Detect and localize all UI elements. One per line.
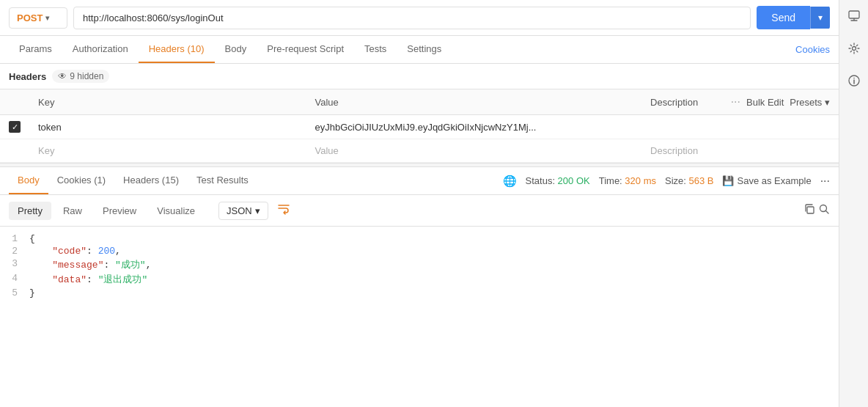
right-sidebar [839, 0, 868, 407]
status-badge: Status: 200 OK [526, 175, 590, 186]
info-icon[interactable] [845, 72, 863, 89]
checkbox-checked[interactable]: ✓ [9, 121, 21, 133]
response-tab-body[interactable]: Body [9, 167, 48, 194]
url-bar: POST ▾ Send ▾ [0, 0, 839, 36]
globe-icon: 🌐 [503, 175, 517, 188]
send-button[interactable]: Send [757, 6, 810, 29]
header-value-token[interactable]: eyJhbGciOiJIUzUxMiJ9.eyJqdGkiOiIxNjcwNzY… [306, 115, 642, 139]
svg-rect-0 [807, 207, 814, 213]
status-ok: 200 OK [558, 175, 590, 186]
response-tabs-bar: Body Cookies (1) Headers (15) Test Resul… [0, 167, 839, 195]
more-options-button[interactable]: ··· [820, 175, 830, 188]
more-options-icon[interactable]: ··· [731, 95, 740, 109]
copy-button[interactable] [803, 203, 815, 218]
headers-title-bar: Headers 👁 9 hidden [0, 64, 839, 89]
svg-point-9 [853, 78, 855, 79]
code-line-2: 2 "code": 200, [0, 245, 839, 257]
send-dropdown-button[interactable]: ▾ [810, 7, 830, 29]
tab-headers[interactable]: Headers (10) [139, 36, 215, 63]
svg-rect-3 [849, 11, 859, 18]
code-line-3: 3 "message": "成功", [0, 257, 839, 272]
response-section: Body Cookies (1) Headers (15) Test Resul… [0, 167, 839, 407]
col-header-description: Description [641, 89, 712, 115]
placeholder-description[interactable]: Description [641, 139, 712, 163]
tab-settings[interactable]: Settings [397, 36, 452, 63]
gear-icon[interactable] [845, 40, 863, 57]
url-input[interactable] [73, 7, 751, 29]
hidden-count: 9 hidden [70, 71, 103, 81]
time-value: Time: 320 ms [599, 175, 656, 186]
save-example-button[interactable]: 💾 Save as Example [722, 175, 811, 186]
col-header-key: Key [29, 89, 306, 115]
search-button[interactable] [818, 203, 830, 218]
placeholder-value[interactable]: Value [306, 139, 642, 163]
method-selector[interactable]: POST ▾ [9, 7, 67, 29]
placeholder-key[interactable]: Key [29, 139, 306, 163]
send-button-group: Send ▾ [757, 6, 830, 29]
save-icon: 💾 [722, 175, 734, 186]
code-line-5: 5 } [0, 287, 839, 299]
tab-body[interactable]: Body [215, 36, 257, 63]
headers-title: Headers [9, 71, 46, 82]
format-tab-pretty[interactable]: Pretty [9, 202, 51, 220]
method-chevron-icon: ▾ [45, 14, 49, 22]
method-label: POST [17, 12, 43, 23]
svg-point-6 [852, 47, 856, 51]
wrap-button[interactable] [271, 199, 296, 221]
response-tab-test-results[interactable]: Test Results [188, 167, 257, 194]
table-row: ✓ token eyJhbGciOiJIUzUxMiJ9.eyJqdGkiOiI… [0, 115, 839, 139]
format-bar: Pretty Raw Preview Visualize JSON ▾ [0, 195, 839, 227]
header-key-token[interactable]: token [29, 115, 306, 139]
svg-line-2 [826, 211, 829, 214]
format-tab-visualize[interactable]: Visualize [148, 202, 204, 220]
tab-authorization[interactable]: Authorization [62, 36, 139, 63]
table-row-placeholder: Key Value Description [0, 139, 839, 163]
tab-params[interactable]: Params [9, 36, 62, 63]
code-view: 1 { 2 "code": 200, 3 "message": "成功", 4 [0, 227, 839, 407]
col-header-value: Value [306, 89, 642, 115]
headers-section: Headers 👁 9 hidden Key Value Description… [0, 64, 839, 163]
headers-table: Key Value Description ··· Bulk Edit Pres… [0, 89, 839, 163]
presets-button[interactable]: Presets ▾ [790, 97, 830, 108]
hidden-badge: 👁 9 hidden [52, 70, 109, 83]
header-desc-token[interactable] [641, 115, 712, 139]
response-tab-cookies[interactable]: Cookies (1) [48, 167, 114, 194]
format-tab-preview[interactable]: Preview [94, 202, 145, 220]
cookies-link[interactable]: Cookies [795, 44, 830, 55]
code-line-1: 1 { [0, 232, 839, 245]
eye-icon: 👁 [58, 71, 67, 81]
history-icon[interactable] [845, 7, 863, 25]
size-value: Size: 563 B [665, 175, 714, 186]
language-chevron-icon: ▾ [255, 205, 260, 216]
tab-pre-request-script[interactable]: Pre-request Script [257, 36, 354, 63]
format-tab-raw[interactable]: Raw [54, 202, 91, 220]
tab-tests[interactable]: Tests [354, 36, 397, 63]
response-tab-headers[interactable]: Headers (15) [114, 167, 188, 194]
request-tabs-bar: Params Authorization Headers (10) Body P… [0, 36, 839, 64]
bulk-edit-button[interactable]: Bulk Edit [746, 97, 784, 108]
response-meta: 🌐 Status: 200 OK Time: 320 ms Size: 563 … [503, 175, 830, 188]
language-selector[interactable]: JSON ▾ [218, 202, 268, 220]
main-content: POST ▾ Send ▾ Params Authorization Heade… [0, 0, 839, 407]
code-line-4: 4 "data": "退出成功" [0, 272, 839, 287]
